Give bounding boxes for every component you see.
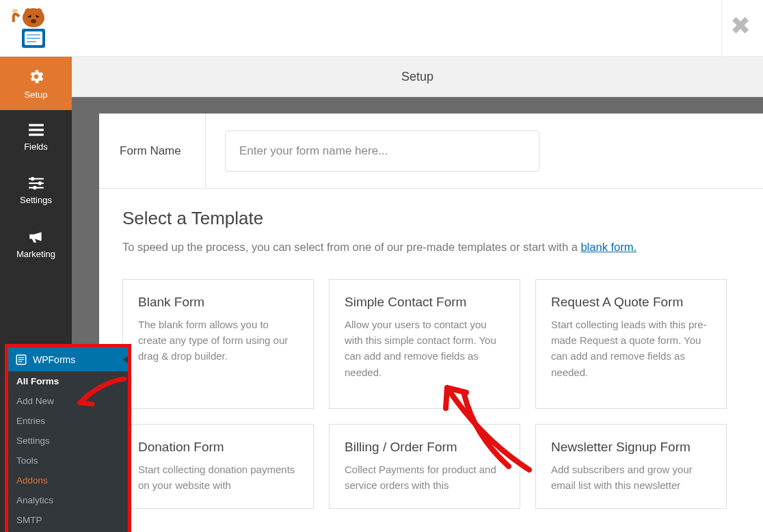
sliders-icon	[27, 176, 45, 191]
sidebar-label: Fields	[24, 142, 48, 152]
page-title-bar: Setup	[72, 57, 763, 97]
sidebar-label: Settings	[20, 195, 52, 205]
templates-heading: Select a Template	[122, 208, 740, 229]
top-bar: ✖	[0, 0, 763, 57]
submenu-analytics[interactable]: Analytics	[8, 490, 128, 510]
red-highlight-box: WPForms All Forms Add New Entries Settin…	[5, 344, 131, 532]
submenu-entries[interactable]: Entries	[8, 411, 128, 431]
close-icon[interactable]: ✖	[730, 14, 751, 38]
svg-rect-24	[18, 361, 23, 362]
submenu-all-forms[interactable]: All Forms	[8, 371, 128, 391]
wp-submenu-header[interactable]: WPForms	[8, 347, 128, 371]
svg-rect-11	[27, 41, 36, 42]
submenu-settings[interactable]: Settings	[8, 431, 128, 451]
bullhorn-icon	[27, 228, 45, 245]
template-card-donation[interactable]: Donation Form Start collecting donation …	[122, 424, 314, 509]
svg-rect-9	[27, 34, 40, 36]
template-card-billing[interactable]: Billing / Order Form Collect Payments fo…	[329, 424, 520, 509]
page-title: Setup	[401, 70, 433, 84]
wpforms-logo	[10, 4, 57, 52]
template-card-simple-contact[interactable]: Simple Contact Form Allow your users to …	[329, 279, 520, 409]
sidebar-label: Marketing	[16, 249, 55, 259]
svg-rect-13	[29, 129, 44, 131]
sidebar-item-fields[interactable]: Fields	[0, 110, 72, 163]
submenu-tools[interactable]: Tools	[8, 451, 128, 470]
template-card-request-quote[interactable]: Request A Quote Form Start collecting le…	[535, 279, 727, 409]
submenu-smtp[interactable]: SMTP	[8, 510, 128, 530]
svg-rect-12	[29, 124, 44, 126]
blank-form-link[interactable]: blank form.	[580, 241, 637, 253]
svg-point-5	[36, 8, 42, 16]
caret-icon	[123, 356, 128, 363]
svg-rect-10	[27, 38, 40, 39]
form-name-row: Form Name	[99, 114, 763, 189]
svg-point-3	[31, 19, 36, 23]
svg-rect-23	[18, 359, 25, 360]
sidebar-label: Setup	[25, 90, 48, 100]
form-name-input[interactable]	[225, 131, 539, 172]
submenu-addons[interactable]: Addons	[8, 470, 128, 490]
top-divider	[721, 0, 722, 56]
submenu-add-new[interactable]: Add New	[8, 391, 128, 411]
setup-canvas: Form Name Select a Template To speed up …	[99, 114, 763, 532]
main-area: Setup Form Name Select a Template To spe…	[72, 57, 763, 532]
sidebar-item-setup[interactable]: Setup	[0, 57, 72, 110]
svg-point-4	[25, 8, 31, 16]
svg-point-20	[33, 185, 36, 189]
svg-point-18	[38, 181, 41, 185]
svg-rect-22	[18, 357, 25, 358]
sidebar-item-marketing[interactable]: Marketing	[0, 217, 72, 270]
list-icon	[27, 122, 45, 137]
wp-submenu-list: All Forms Add New Entries Settings Tools…	[8, 371, 128, 532]
template-cards: Blank Form The blank form allows you to …	[122, 279, 740, 509]
annotation-submenu: WPForms All Forms Add New Entries Settin…	[5, 344, 131, 532]
template-card-blank[interactable]: Blank Form The blank form allows you to …	[122, 279, 314, 409]
templates-subtext: To speed up the process, you can select …	[122, 239, 740, 256]
sidebar-item-settings[interactable]: Settings	[0, 163, 72, 217]
svg-point-16	[30, 176, 34, 180]
form-name-label: Form Name	[99, 114, 206, 188]
svg-rect-14	[29, 133, 44, 135]
gear-icon	[27, 68, 45, 85]
svg-point-6	[12, 9, 18, 13]
template-card-newsletter[interactable]: Newsletter Signup Form Add subscribers a…	[535, 424, 727, 509]
